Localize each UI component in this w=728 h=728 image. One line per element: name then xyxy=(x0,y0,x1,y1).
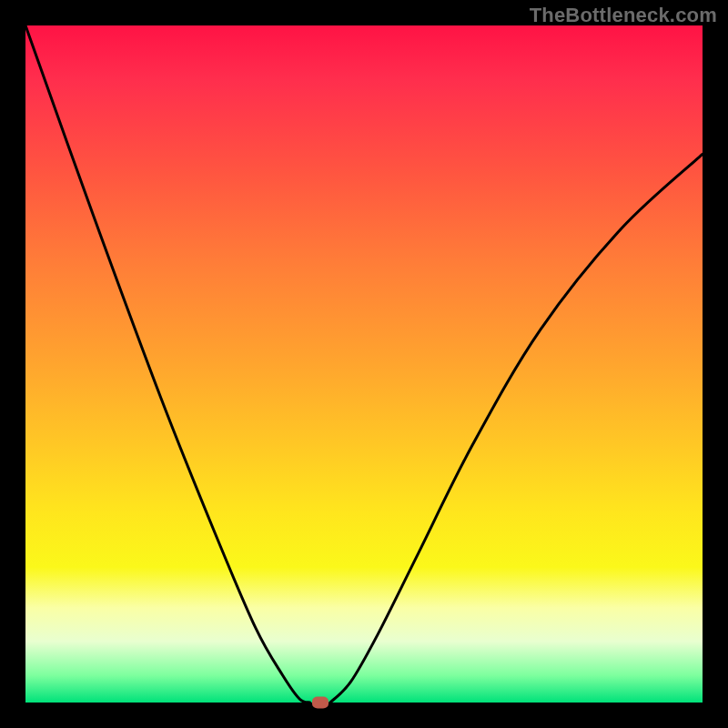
curve-svg xyxy=(25,25,703,703)
bottleneck-marker xyxy=(312,697,329,709)
plot-area xyxy=(25,25,703,703)
watermark-text: TheBottleneck.com xyxy=(530,4,717,27)
chart-frame: TheBottleneck.com xyxy=(0,0,728,728)
curve-right-branch xyxy=(330,154,703,703)
curve-left-branch xyxy=(25,25,309,703)
